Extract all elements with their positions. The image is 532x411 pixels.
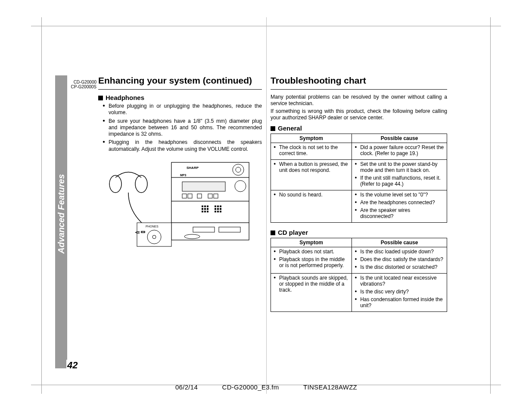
th-symptom: Symptom: [271, 238, 352, 247]
page-content: Advanced Features 42 CD-G20000 CP-G20000…: [55, 75, 477, 368]
svg-point-1: [135, 175, 147, 193]
svg-rect-25: [217, 206, 219, 207]
svg-rect-22: [204, 211, 206, 212]
left-column: Enhancing your system (continued) Headph…: [98, 75, 262, 257]
svg-rect-40: [141, 231, 145, 233]
cause-item: Are the headphones connected?: [355, 199, 444, 206]
square-bullet-icon: [98, 96, 103, 100]
intro-paragraph-1: Many potential problems can be resolved …: [271, 94, 447, 107]
svg-rect-30: [215, 211, 216, 212]
page-number: 42: [66, 360, 78, 371]
square-bullet-icon: [271, 126, 275, 131]
subheading-general-label: General: [278, 125, 302, 132]
footer-filename: CD-G20000_E3.fm: [222, 383, 279, 391]
headphones-bullet-list: Before plugging in or unplugging the hea…: [103, 103, 262, 153]
symptom-item: No sound is heard.: [274, 192, 349, 198]
svg-rect-20: [207, 208, 208, 210]
subheading-general: General: [271, 125, 447, 132]
th-cause: Possible cause: [352, 238, 447, 247]
svg-rect-29: [220, 208, 221, 210]
svg-rect-15: [202, 206, 203, 207]
cause-item: Did a power failure occur? Reset the clo…: [355, 144, 444, 156]
symptom-item: Playback does not start.: [274, 249, 349, 255]
svg-rect-14: [171, 201, 249, 223]
diagram-brand-label: SHARP: [187, 166, 199, 170]
th-symptom: Symptom: [271, 134, 352, 143]
svg-rect-23: [207, 211, 208, 212]
table-row: Playback does not start. Playback stops …: [271, 247, 447, 274]
cause-item: Does the disc satisfy the standards?: [355, 256, 444, 262]
subheading-headphones: Headphones: [98, 94, 262, 101]
footer-code: TINSEA128AWZZ: [303, 383, 357, 391]
section-tab-label: Advanced Features: [56, 174, 66, 254]
list-item: Be sure your headphones have a 1/8" (3.5…: [103, 118, 262, 138]
svg-rect-7: [182, 182, 225, 191]
cause-item: Is the volume level set to "0"?: [355, 192, 444, 198]
svg-point-0: [109, 175, 121, 193]
cause-item: Is the disc loaded upside down?: [355, 249, 444, 255]
svg-rect-16: [204, 206, 206, 207]
table-header-row: Symptom Possible cause: [271, 134, 447, 143]
crop-mark-left: [41, 17, 42, 394]
svg-rect-24: [215, 206, 216, 207]
heading-rule: [98, 89, 262, 90]
svg-rect-31: [217, 211, 219, 212]
cd-table: Symptom Possible cause Playback does not…: [271, 238, 447, 312]
page-footer: 06/2/14 CD-G20000_E3.fm TINSEA128AWZZ: [55, 383, 477, 391]
table-row: Playback sounds are skipped, or stopped …: [271, 274, 447, 312]
intro-paragraph-2: If something is wrong with this product,…: [271, 108, 447, 121]
cause-item: Set the unit to the power stand-by mode …: [355, 161, 444, 173]
heading-rule: [271, 89, 447, 90]
cause-item: Is the disc very dirty?: [355, 289, 444, 295]
table-header-row: Symptom Possible cause: [271, 238, 447, 247]
th-cause: Possible cause: [352, 134, 447, 143]
model-numbers: CD-G20000 CP-G20000S: [67, 80, 96, 89]
svg-rect-33: [171, 223, 249, 240]
subheading-headphones-label: Headphones: [106, 94, 144, 101]
list-item: Plugging in the headphones disconnects t…: [103, 139, 262, 153]
right-column: Troubleshooting chart Many potential pro…: [271, 75, 447, 318]
cause-item: Is the unit located near excessive vibra…: [355, 275, 444, 287]
subheading-cd: CD player: [271, 229, 447, 236]
crop-mark-right: [490, 17, 491, 394]
headphones-system-diagram: SHARP MP3: [98, 160, 253, 255]
symptom-item: Playback stops in the middle or is not p…: [274, 256, 349, 268]
footer-date: 06/2/14: [175, 383, 198, 391]
svg-rect-26: [220, 206, 221, 207]
list-item: Before plugging in or unplugging the hea…: [103, 103, 262, 116]
symptom-item: Playback sounds are skipped, or stopped …: [274, 275, 349, 293]
subheading-cd-label: CD player: [278, 229, 308, 236]
table-row: When a button is pressed, the unit does …: [271, 160, 447, 190]
cause-item: Are the speaker wires disconnected?: [355, 207, 444, 219]
cause-item: If the unit still malfunctions, reset it…: [355, 175, 444, 187]
table-row: The clock is not set to the correct time…: [271, 143, 447, 160]
svg-rect-21: [202, 211, 203, 212]
table-row: No sound is heard. Is the volume level s…: [271, 190, 447, 223]
square-bullet-icon: [271, 230, 275, 235]
diagram-jack-label: PHONES: [146, 225, 159, 228]
diagram-format-label: MP3: [180, 174, 187, 177]
svg-rect-28: [217, 208, 219, 210]
section-tab: Advanced Features: [55, 75, 67, 368]
svg-rect-27: [215, 208, 216, 210]
cause-item: Has condensation formed inside the unit?: [355, 296, 444, 308]
left-heading: Enhancing your system (continued): [98, 75, 262, 87]
symptom-item: When a button is pressed, the unit does …: [274, 161, 349, 173]
svg-rect-19: [204, 208, 206, 210]
general-table: Symptom Possible cause The clock is not …: [271, 134, 447, 223]
svg-rect-18: [202, 208, 203, 210]
svg-rect-17: [207, 206, 208, 207]
cause-item: Is the disc distorted or scratched?: [355, 264, 444, 270]
svg-rect-32: [220, 211, 221, 212]
symptom-item: The clock is not set to the correct time…: [274, 144, 349, 156]
right-heading: Troubleshooting chart: [271, 75, 447, 87]
